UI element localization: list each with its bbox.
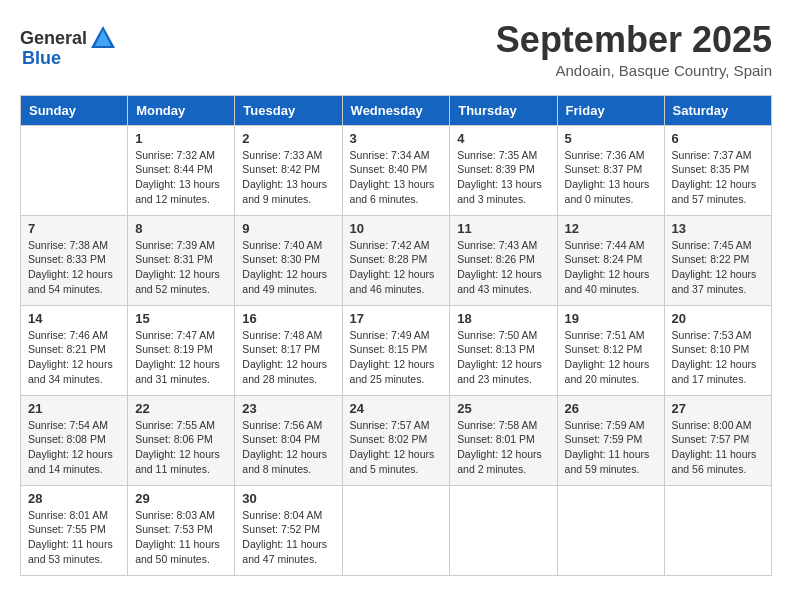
day-info: Sunrise: 7:38 AMSunset: 8:33 PMDaylight:…	[28, 238, 120, 297]
calendar-cell	[557, 485, 664, 575]
day-info: Sunrise: 7:35 AMSunset: 8:39 PMDaylight:…	[457, 148, 549, 207]
day-number: 10	[350, 221, 443, 236]
day-info: Sunrise: 7:45 AMSunset: 8:22 PMDaylight:…	[672, 238, 764, 297]
calendar-cell: 25Sunrise: 7:58 AMSunset: 8:01 PMDayligh…	[450, 395, 557, 485]
calendar-cell	[450, 485, 557, 575]
calendar-cell: 18Sunrise: 7:50 AMSunset: 8:13 PMDayligh…	[450, 305, 557, 395]
calendar-cell: 17Sunrise: 7:49 AMSunset: 8:15 PMDayligh…	[342, 305, 450, 395]
calendar-cell: 1Sunrise: 7:32 AMSunset: 8:44 PMDaylight…	[128, 125, 235, 215]
day-number: 20	[672, 311, 764, 326]
day-number: 12	[565, 221, 657, 236]
header: General Blue September 2025 Andoain, Bas…	[20, 20, 772, 79]
day-number: 21	[28, 401, 120, 416]
day-info: Sunrise: 8:00 AMSunset: 7:57 PMDaylight:…	[672, 418, 764, 477]
calendar-cell	[21, 125, 128, 215]
logo-blue: Blue	[22, 48, 61, 69]
week-row-2: 7Sunrise: 7:38 AMSunset: 8:33 PMDaylight…	[21, 215, 772, 305]
calendar-cell: 30Sunrise: 8:04 AMSunset: 7:52 PMDayligh…	[235, 485, 342, 575]
day-number: 13	[672, 221, 764, 236]
day-info: Sunrise: 7:40 AMSunset: 8:30 PMDaylight:…	[242, 238, 334, 297]
calendar-cell: 2Sunrise: 7:33 AMSunset: 8:42 PMDaylight…	[235, 125, 342, 215]
day-number: 2	[242, 131, 334, 146]
day-info: Sunrise: 7:43 AMSunset: 8:26 PMDaylight:…	[457, 238, 549, 297]
day-number: 22	[135, 401, 227, 416]
day-info: Sunrise: 7:55 AMSunset: 8:06 PMDaylight:…	[135, 418, 227, 477]
day-number: 16	[242, 311, 334, 326]
day-number: 11	[457, 221, 549, 236]
day-info: Sunrise: 7:57 AMSunset: 8:02 PMDaylight:…	[350, 418, 443, 477]
day-info: Sunrise: 7:51 AMSunset: 8:12 PMDaylight:…	[565, 328, 657, 387]
day-number: 23	[242, 401, 334, 416]
day-number: 30	[242, 491, 334, 506]
day-info: Sunrise: 7:49 AMSunset: 8:15 PMDaylight:…	[350, 328, 443, 387]
calendar-cell: 9Sunrise: 7:40 AMSunset: 8:30 PMDaylight…	[235, 215, 342, 305]
day-info: Sunrise: 7:54 AMSunset: 8:08 PMDaylight:…	[28, 418, 120, 477]
day-number: 26	[565, 401, 657, 416]
calendar-cell: 29Sunrise: 8:03 AMSunset: 7:53 PMDayligh…	[128, 485, 235, 575]
calendar-cell: 12Sunrise: 7:44 AMSunset: 8:24 PMDayligh…	[557, 215, 664, 305]
calendar-cell: 19Sunrise: 7:51 AMSunset: 8:12 PMDayligh…	[557, 305, 664, 395]
calendar-cell: 15Sunrise: 7:47 AMSunset: 8:19 PMDayligh…	[128, 305, 235, 395]
week-row-3: 14Sunrise: 7:46 AMSunset: 8:21 PMDayligh…	[21, 305, 772, 395]
week-row-4: 21Sunrise: 7:54 AMSunset: 8:08 PMDayligh…	[21, 395, 772, 485]
logo-general: General	[20, 28, 87, 49]
week-row-1: 1Sunrise: 7:32 AMSunset: 8:44 PMDaylight…	[21, 125, 772, 215]
day-info: Sunrise: 7:33 AMSunset: 8:42 PMDaylight:…	[242, 148, 334, 207]
day-info: Sunrise: 7:47 AMSunset: 8:19 PMDaylight:…	[135, 328, 227, 387]
day-number: 8	[135, 221, 227, 236]
calendar-cell: 27Sunrise: 8:00 AMSunset: 7:57 PMDayligh…	[664, 395, 771, 485]
day-info: Sunrise: 7:44 AMSunset: 8:24 PMDaylight:…	[565, 238, 657, 297]
day-info: Sunrise: 7:42 AMSunset: 8:28 PMDaylight:…	[350, 238, 443, 297]
calendar-cell: 3Sunrise: 7:34 AMSunset: 8:40 PMDaylight…	[342, 125, 450, 215]
day-info: Sunrise: 8:03 AMSunset: 7:53 PMDaylight:…	[135, 508, 227, 567]
day-info: Sunrise: 7:53 AMSunset: 8:10 PMDaylight:…	[672, 328, 764, 387]
day-info: Sunrise: 7:39 AMSunset: 8:31 PMDaylight:…	[135, 238, 227, 297]
calendar-cell: 6Sunrise: 7:37 AMSunset: 8:35 PMDaylight…	[664, 125, 771, 215]
calendar-title: September 2025	[496, 20, 772, 60]
calendar-cell: 14Sunrise: 7:46 AMSunset: 8:21 PMDayligh…	[21, 305, 128, 395]
day-info: Sunrise: 7:58 AMSunset: 8:01 PMDaylight:…	[457, 418, 549, 477]
calendar-subtitle: Andoain, Basque Country, Spain	[496, 62, 772, 79]
header-friday: Friday	[557, 95, 664, 125]
day-info: Sunrise: 8:01 AMSunset: 7:55 PMDaylight:…	[28, 508, 120, 567]
day-number: 25	[457, 401, 549, 416]
day-number: 24	[350, 401, 443, 416]
day-number: 14	[28, 311, 120, 326]
day-info: Sunrise: 7:32 AMSunset: 8:44 PMDaylight:…	[135, 148, 227, 207]
day-number: 7	[28, 221, 120, 236]
day-info: Sunrise: 7:46 AMSunset: 8:21 PMDaylight:…	[28, 328, 120, 387]
calendar-cell: 26Sunrise: 7:59 AMSunset: 7:59 PMDayligh…	[557, 395, 664, 485]
calendar-cell: 21Sunrise: 7:54 AMSunset: 8:08 PMDayligh…	[21, 395, 128, 485]
calendar-cell: 10Sunrise: 7:42 AMSunset: 8:28 PMDayligh…	[342, 215, 450, 305]
header-wednesday: Wednesday	[342, 95, 450, 125]
calendar-cell: 23Sunrise: 7:56 AMSunset: 8:04 PMDayligh…	[235, 395, 342, 485]
day-info: Sunrise: 7:34 AMSunset: 8:40 PMDaylight:…	[350, 148, 443, 207]
calendar-cell: 20Sunrise: 7:53 AMSunset: 8:10 PMDayligh…	[664, 305, 771, 395]
day-number: 15	[135, 311, 227, 326]
calendar-cell: 8Sunrise: 7:39 AMSunset: 8:31 PMDaylight…	[128, 215, 235, 305]
day-number: 6	[672, 131, 764, 146]
day-number: 18	[457, 311, 549, 326]
day-number: 17	[350, 311, 443, 326]
calendar-cell	[664, 485, 771, 575]
calendar-cell: 16Sunrise: 7:48 AMSunset: 8:17 PMDayligh…	[235, 305, 342, 395]
day-number: 27	[672, 401, 764, 416]
day-number: 28	[28, 491, 120, 506]
calendar-cell: 22Sunrise: 7:55 AMSunset: 8:06 PMDayligh…	[128, 395, 235, 485]
header-row: SundayMondayTuesdayWednesdayThursdayFrid…	[21, 95, 772, 125]
day-info: Sunrise: 8:04 AMSunset: 7:52 PMDaylight:…	[242, 508, 334, 567]
day-number: 1	[135, 131, 227, 146]
day-number: 5	[565, 131, 657, 146]
day-number: 29	[135, 491, 227, 506]
day-number: 4	[457, 131, 549, 146]
header-sunday: Sunday	[21, 95, 128, 125]
header-thursday: Thursday	[450, 95, 557, 125]
header-saturday: Saturday	[664, 95, 771, 125]
calendar-cell: 5Sunrise: 7:36 AMSunset: 8:37 PMDaylight…	[557, 125, 664, 215]
day-info: Sunrise: 7:50 AMSunset: 8:13 PMDaylight:…	[457, 328, 549, 387]
day-number: 3	[350, 131, 443, 146]
calendar-cell: 28Sunrise: 8:01 AMSunset: 7:55 PMDayligh…	[21, 485, 128, 575]
day-info: Sunrise: 7:59 AMSunset: 7:59 PMDaylight:…	[565, 418, 657, 477]
calendar-cell: 24Sunrise: 7:57 AMSunset: 8:02 PMDayligh…	[342, 395, 450, 485]
day-info: Sunrise: 7:56 AMSunset: 8:04 PMDaylight:…	[242, 418, 334, 477]
